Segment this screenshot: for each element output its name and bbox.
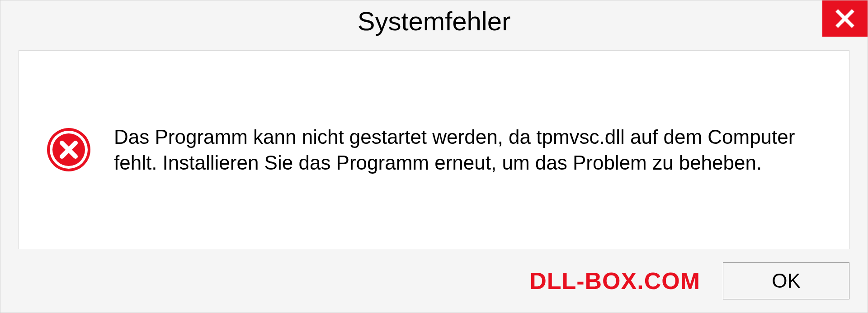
ok-button[interactable]: OK (723, 262, 849, 299)
error-message: Das Programm kann nicht gestartet werden… (114, 124, 822, 175)
close-icon (835, 8, 855, 29)
content-area: Das Programm kann nicht gestartet werden… (19, 50, 849, 249)
error-icon (46, 127, 91, 172)
titlebar: Systemfehler (0, 0, 868, 41)
error-dialog: Systemfehler Das Programm kann nicht ges… (0, 0, 868, 313)
footer: DLL-BOX.COM OK (0, 258, 868, 313)
watermark-text: DLL-BOX.COM (529, 267, 700, 294)
dialog-title: Systemfehler (358, 6, 510, 36)
close-button[interactable] (822, 0, 868, 37)
